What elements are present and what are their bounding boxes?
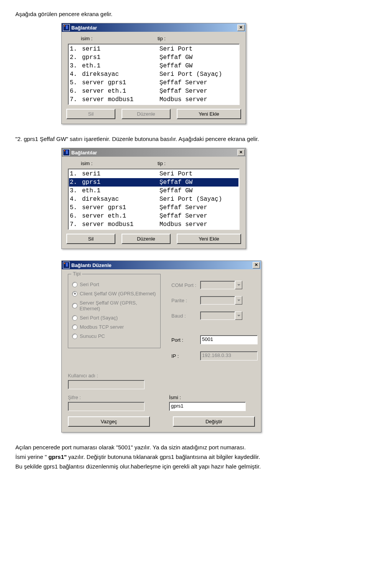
type-radio-option[interactable]: Modbus TCP server — [72, 324, 156, 330]
app-icon — [63, 149, 70, 156]
radio-icon[interactable] — [72, 282, 77, 287]
list-item[interactable]: 5.server gprs1Şeffaf Server — [69, 203, 238, 212]
parity-label: Parite : — [171, 298, 200, 303]
connections-list[interactable]: 1.seri1Seri Port2.gprs1Şeffaf GW3.eth.1Ş… — [68, 169, 240, 230]
radio-label: Modbus TCP server — [80, 324, 124, 330]
doc-paragraph-1: Aşağıda görülen pencere ekrana gelir. — [15, 11, 353, 17]
para3b-bold: gprs1" — [48, 454, 67, 460]
dialog-title: Bağlantılar — [71, 25, 237, 31]
groupbox-legend: Tipi — [71, 271, 82, 277]
edit-button[interactable]: Düzenle — [122, 234, 171, 244]
radio-label: Client Şeffaf GW (GPRS,Ethernet) — [80, 291, 156, 296]
cancel-button[interactable]: Vazgeç — [68, 416, 150, 427]
header-isim: isim : — [81, 161, 158, 166]
dialog-body: Tipi Seri PortClient Şeffaf GW (GPRS,Eth… — [62, 269, 261, 432]
list-item[interactable]: 2.gprs1Şeffaf GW — [69, 53, 238, 62]
chevron-down-icon[interactable] — [235, 311, 242, 320]
list-item[interactable]: 3.eth.1Şeffaf GW — [69, 62, 238, 70]
app-icon — [63, 24, 70, 31]
radio-label: Seri Port — [80, 282, 99, 287]
edit-connection-dialog: Bağlantı Düzenle ✕ Tipi Seri PortClient … — [61, 260, 261, 432]
new-button[interactable]: Yeni Ekle — [177, 234, 241, 244]
port-label: Port : — [171, 337, 200, 343]
ip-input[interactable]: 192.168.0.33 — [200, 351, 258, 360]
header-isim: isim : — [81, 36, 158, 41]
doc-paragraph-3c: Bu şekilde gprs1 bağlantısı düzenlenmiş … — [15, 463, 353, 470]
list-item[interactable]: 1.seri1Seri Port — [69, 170, 238, 178]
username-label: Kullanıcı adı : — [68, 373, 154, 378]
list-headers: isim : tip : — [68, 161, 240, 166]
dialog-body: isim : tip : 1.seri1Seri Port2.gprs1Şeff… — [62, 157, 246, 249]
dialog-title: Bağlantılar — [71, 150, 237, 156]
parity-combo[interactable] — [200, 296, 242, 305]
connections-dialog-1: Bağlantılar ✕ isim : tip : 1.seri1Seri P… — [61, 23, 246, 124]
close-icon[interactable]: ✕ — [237, 149, 245, 156]
radio-icon[interactable] — [72, 315, 77, 321]
comport-combo[interactable] — [200, 281, 242, 289]
list-item[interactable]: 4.direksayacSeri Port (Sayaç) — [69, 195, 238, 203]
comport-label: COM Port : — [171, 282, 200, 288]
type-radio-option[interactable]: Server Şeffaf GW (GPRS, Ethernet) — [72, 300, 156, 311]
chevron-down-icon[interactable] — [235, 281, 242, 289]
titlebar: Bağlantı Düzenle ✕ — [62, 261, 261, 269]
header-tip: tip : — [158, 36, 237, 41]
apply-button[interactable]: Değiştir — [173, 416, 255, 427]
titlebar: Bağlantılar ✕ — [62, 148, 246, 157]
para3b-pre: İsmi yerine " — [15, 454, 48, 460]
new-button[interactable]: Yeni Ekle — [177, 109, 241, 119]
radio-icon[interactable] — [72, 324, 77, 330]
button-row: Sil Düzenle Yeni Ekle — [68, 234, 240, 244]
name-input[interactable]: gprs1 — [169, 402, 246, 411]
titlebar: Bağlantılar ✕ — [62, 23, 246, 32]
type-radio-option[interactable]: Seri Port — [72, 282, 156, 287]
baud-label: Baud : — [171, 313, 200, 319]
radio-icon[interactable] — [72, 303, 77, 308]
username-input[interactable] — [68, 380, 145, 389]
connections-dialog-2: Bağlantılar ✕ isim : tip : 1.seri1Seri P… — [61, 148, 246, 249]
radio-label: Seri Port (Sayaç) — [80, 315, 118, 321]
password-input[interactable] — [68, 402, 145, 411]
doc-paragraph-2: "2. gprs1 Şeffaf GW" satırı işaretlenir.… — [15, 136, 353, 142]
type-groupbox: Tipi Seri PortClient Şeffaf GW (GPRS,Eth… — [68, 274, 161, 348]
close-icon[interactable]: ✕ — [237, 25, 245, 31]
name-label: İsmi : — [169, 395, 255, 400]
list-item[interactable]: 4.direksayacSeri Port (Sayaç) — [69, 70, 238, 79]
ip-label: IP : — [171, 353, 200, 359]
list-item[interactable]: 2.gprs1Şeffaf GW — [69, 178, 238, 187]
connections-list[interactable]: 1.seri1Seri Port2.gprs1Şeffaf GW3.eth.1Ş… — [68, 44, 240, 105]
type-radio-option[interactable]: Seri Port (Sayaç) — [72, 315, 156, 321]
delete-button[interactable]: Sil — [66, 234, 115, 244]
list-item[interactable]: 5.server gprs1Şeffaf Server — [69, 79, 238, 87]
list-item[interactable]: 3.eth.1Şeffaf GW — [69, 187, 238, 195]
list-item[interactable]: 7.server modbus1Modbus server — [69, 220, 238, 229]
doc-paragraph-3a: Açılan pencerede port numarası olarak "5… — [15, 444, 353, 450]
radio-label: Sunucu PC — [80, 333, 105, 339]
radio-icon[interactable] — [72, 334, 77, 339]
list-headers: isim : tip : — [68, 36, 240, 41]
port-input[interactable]: 5001 — [200, 335, 258, 344]
type-radio-option[interactable]: Sunucu PC — [72, 333, 156, 339]
baud-combo[interactable] — [200, 311, 242, 320]
edit-button[interactable]: Düzenle — [122, 109, 171, 119]
delete-button[interactable]: Sil — [66, 109, 115, 119]
header-tip: tip : — [158, 161, 237, 166]
type-radio-option[interactable]: Client Şeffaf GW (GPRS,Ethernet) — [72, 291, 156, 296]
password-label: Şifre : — [68, 395, 154, 400]
chevron-down-icon[interactable] — [235, 296, 242, 305]
app-icon — [63, 262, 70, 269]
list-item[interactable]: 6.server eth.1Şeffaf Server — [69, 87, 238, 95]
radio-icon[interactable] — [72, 291, 77, 296]
list-item[interactable]: 6.server eth.1Şeffaf Server — [69, 212, 238, 220]
dialog-body: isim : tip : 1.seri1Seri Port2.gprs1Şeff… — [62, 32, 246, 124]
button-row: Sil Düzenle Yeni Ekle — [68, 109, 240, 119]
doc-paragraph-3b: İsmi yerine " gprs1" yazılır. Değiştir b… — [15, 454, 353, 460]
list-item[interactable]: 7.server modbus1Modbus server — [69, 95, 238, 104]
list-item[interactable]: 1.seri1Seri Port — [69, 45, 238, 53]
right-column: COM Port : Parite : Baud : — [171, 274, 258, 367]
dialog-title: Bağlantı Düzenle — [71, 262, 253, 268]
close-icon[interactable]: ✕ — [253, 262, 260, 269]
para3b-post: yazılır. Değiştir butonuna tıklanarak gp… — [67, 454, 260, 460]
radio-label: Server Şeffaf GW (GPRS, Ethernet) — [80, 300, 156, 311]
button-bar: Vazgeç Değiştir — [68, 416, 255, 427]
